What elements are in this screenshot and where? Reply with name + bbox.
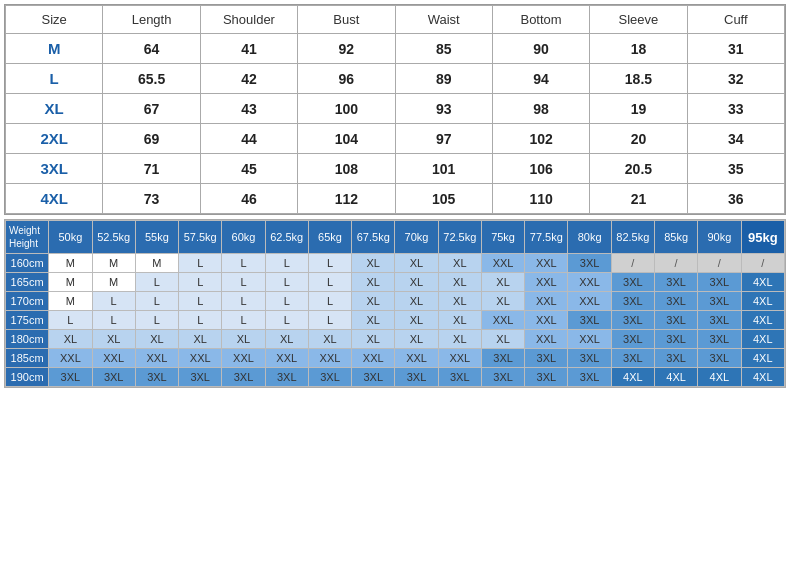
- wh-cell: XXL: [568, 273, 611, 292]
- size-cell-shoulder: 44: [200, 124, 297, 154]
- size-col-header: Sleeve: [590, 6, 687, 34]
- wh-cell: XL: [481, 292, 524, 311]
- wh-cell: 4XL: [698, 368, 741, 387]
- wh-weight-header: 50kg: [49, 221, 92, 254]
- wh-cell: L: [308, 292, 351, 311]
- wh-cell: 3XL: [568, 349, 611, 368]
- wh-height-label: 185cm: [6, 349, 49, 368]
- size-cell-cuff: 35: [687, 154, 784, 184]
- wh-cell: 3XL: [568, 254, 611, 273]
- size-table: SizeLengthShoulderBustWaistBottomSleeveC…: [5, 5, 785, 214]
- wh-cell: XXL: [308, 349, 351, 368]
- size-cell-sleeve: 18: [590, 34, 687, 64]
- wh-cell: 3XL: [222, 368, 265, 387]
- wh-cell: 3XL: [352, 368, 395, 387]
- size-cell-length: 67: [103, 94, 200, 124]
- wh-weight-header: 90kg: [698, 221, 741, 254]
- wh-row: 170cmMLLLLLLXLXLXLXLXXLXXL3XL3XL3XL4XL: [6, 292, 785, 311]
- wh-cell: L: [308, 273, 351, 292]
- wh-cell: XL: [92, 330, 135, 349]
- wh-cell: M: [135, 254, 178, 273]
- wh-cell: XXL: [525, 311, 568, 330]
- size-col-header: Cuff: [687, 6, 784, 34]
- wh-cell: 3XL: [654, 292, 697, 311]
- wh-cell: XXL: [525, 292, 568, 311]
- wh-weight-header: 85kg: [654, 221, 697, 254]
- size-cell-length: 69: [103, 124, 200, 154]
- size-cell-sleeve: 20: [590, 124, 687, 154]
- wh-cell: 3XL: [611, 349, 654, 368]
- size-cell-bust: 92: [298, 34, 395, 64]
- wh-height-label: 165cm: [6, 273, 49, 292]
- size-cell-shoulder: 43: [200, 94, 297, 124]
- wh-weight-header: 65kg: [308, 221, 351, 254]
- size-cell-waist: 93: [395, 94, 492, 124]
- wh-cell: XL: [395, 254, 438, 273]
- size-cell-bottom: 98: [492, 94, 589, 124]
- size-cell-bottom: 90: [492, 34, 589, 64]
- wh-cell: 3XL: [568, 368, 611, 387]
- wh-cell: XXL: [525, 330, 568, 349]
- wh-weight-header: 57.5kg: [179, 221, 222, 254]
- wh-cell: 3XL: [654, 273, 697, 292]
- wh-cell: XL: [438, 273, 481, 292]
- size-cell-sleeve: 21: [590, 184, 687, 214]
- wh-cell: XL: [395, 311, 438, 330]
- wh-cell: 3XL: [654, 330, 697, 349]
- wh-cell: 3XL: [481, 368, 524, 387]
- size-cell-cuff: 32: [687, 64, 784, 94]
- wh-cell: L: [222, 311, 265, 330]
- wh-weight-header: 67.5kg: [352, 221, 395, 254]
- size-col-header: Waist: [395, 6, 492, 34]
- size-cell-sleeve: 18.5: [590, 64, 687, 94]
- size-cell-sleeve: 20.5: [590, 154, 687, 184]
- wh-cell: XL: [481, 273, 524, 292]
- size-cell-bottom: 102: [492, 124, 589, 154]
- wh-table: WeightHeight50kg52.5kg55kg57.5kg60kg62.5…: [5, 220, 785, 387]
- wh-cell: 3XL: [92, 368, 135, 387]
- size-cell-bottom: 110: [492, 184, 589, 214]
- wh-cell: XXL: [525, 273, 568, 292]
- wh-weight-header: 55kg: [135, 221, 178, 254]
- wh-row: 160cmMMMLLLLXLXLXLXXLXXL3XL////: [6, 254, 785, 273]
- wh-height-label: 170cm: [6, 292, 49, 311]
- wh-cell: 3XL: [698, 349, 741, 368]
- wh-cell: 4XL: [741, 330, 784, 349]
- wh-cell: 4XL: [611, 368, 654, 387]
- wh-row: 175cmLLLLLLLXLXLXLXXLXXL3XL3XL3XL3XL4XL: [6, 311, 785, 330]
- wh-cell: L: [135, 311, 178, 330]
- wh-weight-header: 62.5kg: [265, 221, 308, 254]
- wh-cell: XXL: [352, 349, 395, 368]
- wh-row: 190cm3XL3XL3XL3XL3XL3XL3XL3XL3XL3XL3XL3X…: [6, 368, 785, 387]
- wh-cell: XL: [135, 330, 178, 349]
- wh-cell: XL: [179, 330, 222, 349]
- wh-cell: XL: [352, 330, 395, 349]
- wh-cell: 4XL: [741, 349, 784, 368]
- wh-row: 165cmMMLLLLLXLXLXLXLXXLXXL3XL3XL3XL4XL: [6, 273, 785, 292]
- wh-cell: XXL: [135, 349, 178, 368]
- wh-cell: 3XL: [568, 311, 611, 330]
- size-cell-bust: 108: [298, 154, 395, 184]
- wh-weight-header: 75kg: [481, 221, 524, 254]
- size-cell-bottom: 94: [492, 64, 589, 94]
- wh-cell: XXL: [92, 349, 135, 368]
- wh-cell: XXL: [568, 292, 611, 311]
- size-chart-wrapper: SizeLengthShoulderBustWaistBottomSleeveC…: [4, 4, 786, 215]
- wh-row: 180cmXLXLXLXLXLXLXLXLXLXLXLXXLXXL3XL3XL3…: [6, 330, 785, 349]
- wh-cell: XXL: [481, 254, 524, 273]
- wh-cell: XXL: [265, 349, 308, 368]
- size-row: 3XL714510810110620.535: [6, 154, 785, 184]
- wh-cell: 3XL: [395, 368, 438, 387]
- wh-cell: L: [265, 292, 308, 311]
- wh-weight-header: 60kg: [222, 221, 265, 254]
- size-col-header: Size: [6, 6, 103, 34]
- wh-cell: M: [49, 254, 92, 273]
- size-cell-waist: 89: [395, 64, 492, 94]
- size-cell-sleeve: 19: [590, 94, 687, 124]
- wh-row: 185cmXXLXXLXXLXXLXXLXXLXXLXXLXXLXXL3XL3X…: [6, 349, 785, 368]
- wh-height-label: 180cm: [6, 330, 49, 349]
- wh-height-label: 190cm: [6, 368, 49, 387]
- size-cell-size: L: [6, 64, 103, 94]
- wh-cell: L: [49, 311, 92, 330]
- size-row: L65.54296899418.532: [6, 64, 785, 94]
